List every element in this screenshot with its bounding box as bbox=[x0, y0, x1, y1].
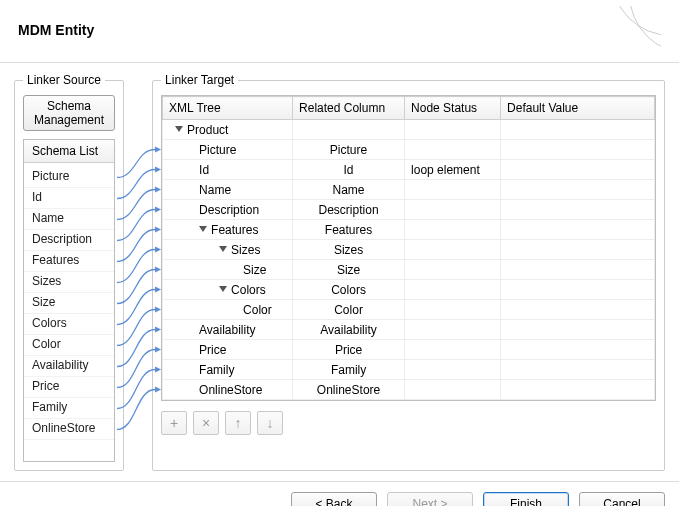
linker-source-group: Linker Source Schema Management Schema L… bbox=[14, 73, 124, 471]
related-column-cell[interactable]: Description bbox=[293, 200, 405, 220]
table-toolbar: + × ↑ ↓ bbox=[161, 411, 656, 435]
related-column-cell[interactable]: Sizes bbox=[293, 240, 405, 260]
xml-tree-row[interactable]: FeaturesFeatures bbox=[163, 220, 655, 240]
related-column-cell[interactable]: Family bbox=[293, 360, 405, 380]
xml-tree-row[interactable]: FamilyFamily bbox=[163, 360, 655, 380]
xml-tree-row[interactable]: ColorsColors bbox=[163, 280, 655, 300]
col-header-related-column[interactable]: Related Column bbox=[293, 97, 405, 120]
xml-node-name: Color bbox=[243, 303, 272, 317]
default-value-cell[interactable] bbox=[501, 180, 655, 200]
tree-toggle-icon[interactable] bbox=[219, 286, 227, 292]
related-column-cell[interactable]: Features bbox=[293, 220, 405, 240]
node-status-cell[interactable] bbox=[405, 140, 501, 160]
node-status-cell[interactable] bbox=[405, 340, 501, 360]
delete-row-button[interactable]: × bbox=[193, 411, 219, 435]
xml-tree-row[interactable]: AvailabilityAvailability bbox=[163, 320, 655, 340]
related-column-cell[interactable]: Color bbox=[293, 300, 405, 320]
schema-item[interactable]: Family bbox=[24, 398, 114, 419]
default-value-cell[interactable] bbox=[501, 300, 655, 320]
dialog-footer: < Back Next > Finish Cancel bbox=[0, 481, 679, 506]
node-status-cell[interactable] bbox=[405, 200, 501, 220]
node-status-cell[interactable] bbox=[405, 120, 501, 140]
related-column-cell[interactable]: OnlineStore bbox=[293, 380, 405, 400]
node-status-cell[interactable] bbox=[405, 300, 501, 320]
move-up-button[interactable]: ↑ bbox=[225, 411, 251, 435]
default-value-cell[interactable] bbox=[501, 140, 655, 160]
node-status-cell[interactable] bbox=[405, 380, 501, 400]
default-value-cell[interactable] bbox=[501, 260, 655, 280]
schema-item[interactable]: Description bbox=[24, 230, 114, 251]
xml-tree-row[interactable]: OnlineStoreOnlineStore bbox=[163, 380, 655, 400]
arrow-down-icon: ↓ bbox=[267, 415, 274, 431]
default-value-cell[interactable] bbox=[501, 240, 655, 260]
xml-tree-row[interactable]: ColorColor bbox=[163, 300, 655, 320]
plus-icon: + bbox=[170, 415, 178, 431]
xml-tree-row[interactable]: SizesSizes bbox=[163, 240, 655, 260]
related-column-cell[interactable]: Availability bbox=[293, 320, 405, 340]
related-column-cell[interactable]: Size bbox=[293, 260, 405, 280]
col-header-node-status[interactable]: Node Status bbox=[405, 97, 501, 120]
back-button[interactable]: < Back bbox=[291, 492, 377, 506]
node-status-cell[interactable] bbox=[405, 220, 501, 240]
related-column-cell[interactable]: Picture bbox=[293, 140, 405, 160]
move-down-button[interactable]: ↓ bbox=[257, 411, 283, 435]
col-header-xml-tree[interactable]: XML Tree bbox=[163, 97, 293, 120]
node-status-cell[interactable]: loop element bbox=[405, 160, 501, 180]
xml-tree-row[interactable]: PricePrice bbox=[163, 340, 655, 360]
schema-item[interactable]: Price bbox=[24, 377, 114, 398]
related-column-cell[interactable]: Colors bbox=[293, 280, 405, 300]
default-value-cell[interactable] bbox=[501, 120, 655, 140]
node-status-cell[interactable] bbox=[405, 180, 501, 200]
schema-item[interactable]: Color bbox=[24, 335, 114, 356]
default-value-cell[interactable] bbox=[501, 220, 655, 240]
xml-tree-row[interactable]: SizeSize bbox=[163, 260, 655, 280]
xml-tree-row[interactable]: IdIdloop element bbox=[163, 160, 655, 180]
xml-tree-row[interactable]: PicturePicture bbox=[163, 140, 655, 160]
default-value-cell[interactable] bbox=[501, 320, 655, 340]
default-value-cell[interactable] bbox=[501, 160, 655, 180]
xml-node-name: Price bbox=[199, 343, 226, 357]
default-value-cell[interactable] bbox=[501, 340, 655, 360]
xml-node-name: Id bbox=[199, 163, 209, 177]
node-status-cell[interactable] bbox=[405, 360, 501, 380]
xml-node-name: Name bbox=[199, 183, 231, 197]
default-value-cell[interactable] bbox=[501, 200, 655, 220]
xml-tree-table[interactable]: XML Tree Related Column Node Status Defa… bbox=[162, 96, 655, 400]
tree-toggle-icon[interactable] bbox=[175, 126, 183, 132]
schema-item[interactable]: Colors bbox=[24, 314, 114, 335]
mdm-entity-dialog: MDM Entity Linker Source Schema Manageme… bbox=[0, 0, 679, 506]
cancel-button[interactable]: Cancel bbox=[579, 492, 665, 506]
dialog-title: MDM Entity bbox=[18, 22, 94, 38]
schema-item[interactable]: Id bbox=[24, 188, 114, 209]
default-value-cell[interactable] bbox=[501, 280, 655, 300]
node-status-cell[interactable] bbox=[405, 280, 501, 300]
col-header-default-value[interactable]: Default Value bbox=[501, 97, 655, 120]
default-value-cell[interactable] bbox=[501, 380, 655, 400]
xml-tree-row[interactable]: Product bbox=[163, 120, 655, 140]
tree-toggle-icon[interactable] bbox=[219, 246, 227, 252]
schema-item[interactable]: OnlineStore bbox=[24, 419, 114, 440]
xml-tree-row[interactable]: NameName bbox=[163, 180, 655, 200]
node-status-cell[interactable] bbox=[405, 320, 501, 340]
schema-item[interactable]: Picture bbox=[24, 167, 114, 188]
schema-item[interactable]: Availability bbox=[24, 356, 114, 377]
related-column-cell[interactable]: Name bbox=[293, 180, 405, 200]
schema-management-button[interactable]: Schema Management bbox=[23, 95, 115, 131]
node-status-cell[interactable] bbox=[405, 240, 501, 260]
add-row-button[interactable]: + bbox=[161, 411, 187, 435]
node-status-cell[interactable] bbox=[405, 260, 501, 280]
tree-toggle-icon[interactable] bbox=[199, 226, 207, 232]
xml-tree-row[interactable]: DescriptionDescription bbox=[163, 200, 655, 220]
schema-item[interactable]: Features bbox=[24, 251, 114, 272]
schema-list[interactable]: PictureIdNameDescriptionFeaturesSizesSiz… bbox=[24, 163, 114, 461]
related-column-cell[interactable]: Id bbox=[293, 160, 405, 180]
related-column-cell[interactable]: Price bbox=[293, 340, 405, 360]
schema-item[interactable]: Size bbox=[24, 293, 114, 314]
default-value-cell[interactable] bbox=[501, 360, 655, 380]
header-ornament bbox=[601, 6, 661, 54]
finish-button[interactable]: Finish bbox=[483, 492, 569, 506]
schema-item[interactable]: Sizes bbox=[24, 272, 114, 293]
schema-item[interactable]: Name bbox=[24, 209, 114, 230]
related-column-cell[interactable] bbox=[293, 120, 405, 140]
xml-node-name: OnlineStore bbox=[199, 383, 262, 397]
